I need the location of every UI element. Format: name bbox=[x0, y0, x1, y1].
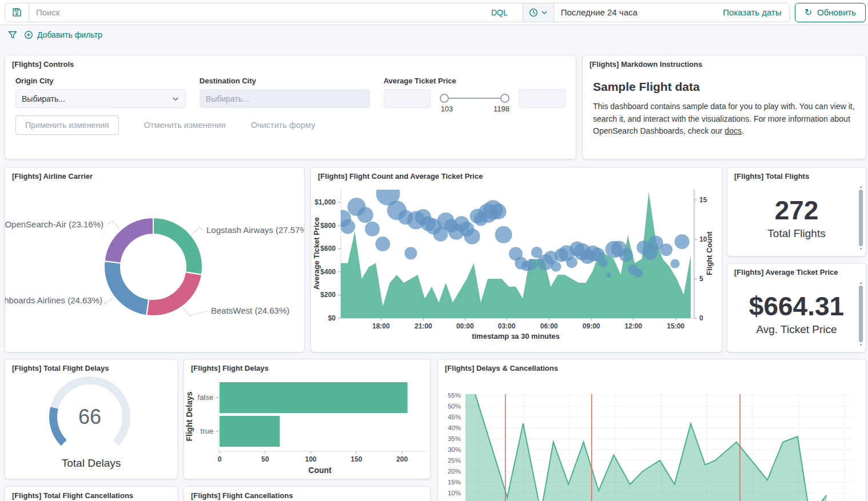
panel-flight-count-price: [Flights] Flight Count and Average Ticke… bbox=[310, 167, 722, 352]
svg-text:Dashboards Airlines (24.63%): Dashboards Airlines (24.63%) bbox=[5, 295, 102, 305]
scroll-up-icon[interactable]: ▲ bbox=[858, 185, 864, 189]
time-picker: Последние 24 часа Показать даты bbox=[554, 3, 790, 22]
price-min-input[interactable] bbox=[384, 89, 431, 108]
plus-circle-icon bbox=[24, 30, 33, 39]
destination-city-select[interactable]: Выбирать... bbox=[200, 89, 370, 108]
dql-button[interactable]: DQL bbox=[483, 8, 516, 17]
refresh-button[interactable]: ↻ Обновить bbox=[795, 3, 866, 22]
destination-city-placeholder: Выбирать... bbox=[206, 94, 364, 103]
controls-buttons: Применить изменения Отменить изменения О… bbox=[5, 108, 576, 142]
markdown-heading: Sample Flight data bbox=[593, 80, 855, 94]
svg-text:0: 0 bbox=[218, 455, 222, 463]
svg-text:00:00: 00:00 bbox=[456, 322, 474, 330]
refresh-icon: ↻ bbox=[805, 8, 812, 17]
scroll-down-icon[interactable]: ▼ bbox=[858, 247, 864, 251]
cancel-changes-button[interactable]: Отменить изменения bbox=[144, 121, 226, 130]
svg-text:15:00: 15:00 bbox=[667, 322, 684, 330]
panel-total-flights: [Flights] Total Flights 272 Total Flight… bbox=[727, 167, 866, 256]
price-range-slider[interactable]: 103 1198 bbox=[440, 89, 509, 108]
search-input[interactable] bbox=[36, 7, 483, 17]
scroll-down-icon[interactable]: ▼ bbox=[858, 343, 864, 347]
svg-text:Flight Delays: Flight Delays bbox=[185, 391, 194, 441]
time-quick-select-button[interactable] bbox=[523, 3, 554, 22]
panel-title[interactable]: [Flights] Flight Cancellations bbox=[184, 487, 430, 501]
slider-min-value: 103 bbox=[441, 105, 453, 113]
metric-value: $664.31 bbox=[749, 292, 844, 321]
panel-title[interactable]: [Flights] Delays & Cancellations bbox=[438, 359, 866, 374]
svg-text:Logstash Airways (27.57%): Logstash Airways (27.57%) bbox=[206, 225, 305, 235]
panel-total-flight-cancellations: [Flights] Total Flight Cancellations bbox=[5, 486, 178, 501]
metric-value: 272 bbox=[775, 196, 819, 225]
scroll-thumb[interactable] bbox=[859, 190, 863, 246]
show-dates-link[interactable]: Показать даты bbox=[723, 7, 789, 17]
add-filter-label: Добавить фильтр bbox=[37, 30, 102, 39]
svg-text:20%: 20% bbox=[448, 468, 461, 475]
avg-ticket-price-field: Average Ticket Price 103 1198 bbox=[384, 77, 566, 108]
panel-title[interactable]: [Flights] Average Ticket Price bbox=[727, 263, 866, 278]
filter-funnel-icon[interactable] bbox=[8, 30, 17, 39]
svg-text:21:00: 21:00 bbox=[415, 322, 432, 330]
panel-airline-carrier: [Flights] Airline Carrier Logstash Airwa… bbox=[5, 167, 305, 352]
apply-changes-button[interactable]: Применить изменения bbox=[15, 115, 119, 135]
scroll-up-icon[interactable]: ▲ bbox=[858, 280, 864, 285]
svg-text:55%: 55% bbox=[448, 392, 461, 399]
destination-city-field: Destination City Выбирать... bbox=[200, 77, 370, 108]
svg-text:18:00: 18:00 bbox=[372, 322, 390, 330]
origin-city-select[interactable]: Выбирать... bbox=[15, 89, 186, 108]
panel-title[interactable]: [Flights] Flight Delays bbox=[184, 359, 430, 374]
slider-handle-max[interactable] bbox=[500, 94, 509, 103]
panel-delays-cancellations: [Flights] Delays & Cancellations 55%50%4… bbox=[437, 359, 866, 501]
panel-title[interactable]: [Flights] Markdown Instructions bbox=[583, 55, 866, 70]
panel-title[interactable]: [Flights] Airline Carrier bbox=[5, 167, 304, 182]
markdown-paragraph: This dashboard contains sample data for … bbox=[593, 101, 855, 138]
slider-handle-min[interactable] bbox=[440, 94, 449, 103]
delays-cancellations-area-chart[interactable]: 55%50%45%40%35%30%25%20%15%10% bbox=[438, 374, 866, 501]
svg-text:10%: 10% bbox=[448, 490, 461, 496]
search-group: DQL Последние 24 часа Показать даты bbox=[5, 3, 790, 22]
price-max-input[interactable] bbox=[519, 89, 566, 108]
filter-bar: Добавить фильтр bbox=[0, 25, 868, 44]
panel-title[interactable]: [Flights] Flight Count and Average Ticke… bbox=[311, 167, 722, 182]
avg-ticket-price-label: Average Ticket Price bbox=[384, 77, 566, 85]
flight-count-price-chart[interactable]: $0$200$400$600$800$1,00005101518:0021:00… bbox=[311, 182, 722, 352]
origin-city-field: Origin City Выбирать... bbox=[15, 77, 186, 108]
svg-text:true: true bbox=[201, 427, 213, 435]
svg-text:0: 0 bbox=[699, 314, 703, 322]
svg-text:15: 15 bbox=[699, 196, 707, 204]
svg-text:06:00: 06:00 bbox=[540, 322, 558, 330]
scroll-thumb[interactable] bbox=[859, 286, 863, 342]
clear-form-button[interactable]: Очистить форму bbox=[251, 121, 316, 130]
panel-title[interactable]: [Flights] Total Flight Delays bbox=[5, 359, 177, 374]
avg-ticket-price-metric: $664.31 Avg. Ticket Price bbox=[727, 278, 866, 350]
svg-text:$1,000: $1,000 bbox=[314, 198, 336, 206]
svg-text:$200: $200 bbox=[320, 291, 336, 299]
svg-text:12:00: 12:00 bbox=[624, 322, 642, 330]
chevron-down-icon bbox=[172, 95, 180, 103]
svg-text:$0: $0 bbox=[328, 314, 336, 322]
save-icon bbox=[12, 7, 22, 17]
panel-title[interactable]: [Flights] Total Flights bbox=[727, 167, 866, 182]
add-filter-button[interactable]: Добавить фильтр bbox=[24, 30, 102, 39]
svg-text:50%: 50% bbox=[448, 403, 461, 410]
svg-text:false: false bbox=[198, 393, 213, 402]
svg-text:09:00: 09:00 bbox=[583, 322, 600, 330]
slider-max-value: 1198 bbox=[493, 105, 509, 113]
chevron-down-icon bbox=[541, 9, 548, 16]
panel-controls: [Flights] Controls Origin City Выбирать.… bbox=[5, 55, 576, 159]
scrollbar[interactable]: ▲▼ bbox=[858, 185, 864, 251]
scrollbar[interactable]: ▲▼ bbox=[858, 280, 864, 347]
svg-text:BeatsWest (24.63%): BeatsWest (24.63%) bbox=[211, 306, 289, 315]
panel-title[interactable]: [Flights] Controls bbox=[5, 55, 576, 70]
panel-average-ticket-price: [Flights] Average Ticket Price $664.31 A… bbox=[727, 263, 866, 352]
panel-title[interactable]: [Flights] Total Flight Cancellations bbox=[5, 487, 177, 501]
docs-link[interactable]: docs bbox=[724, 126, 742, 135]
panel-flight-delays: [Flights] Flight Delays falsetrue0501001… bbox=[184, 359, 431, 479]
time-range-value[interactable]: Последние 24 часа bbox=[554, 7, 644, 17]
svg-text:$400: $400 bbox=[320, 268, 336, 276]
svg-text:35%: 35% bbox=[448, 435, 461, 442]
svg-text:100: 100 bbox=[305, 455, 317, 463]
airline-carrier-donut-chart[interactable]: Logstash Airways (27.57%)BeatsWest (24.6… bbox=[5, 182, 304, 352]
save-query-button[interactable] bbox=[5, 3, 29, 22]
flight-delays-bar-chart[interactable]: falsetrue050100150200CountFlight Delays bbox=[184, 374, 430, 479]
total-delays-gauge-chart[interactable]: 66 bbox=[5, 374, 177, 456]
